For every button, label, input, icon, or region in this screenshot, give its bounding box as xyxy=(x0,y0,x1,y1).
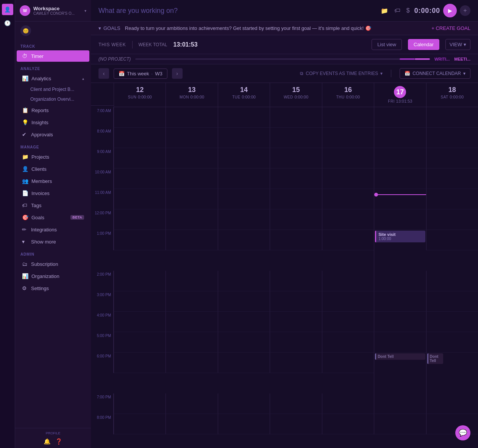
dollar-icon[interactable]: $ xyxy=(405,6,411,16)
list-view-button[interactable]: List view xyxy=(372,39,402,50)
cell-fri-12pm[interactable] xyxy=(374,209,426,230)
sidebar-icon-profile[interactable]: 👤 xyxy=(2,4,13,15)
cell-mon-3pm[interactable] xyxy=(166,291,217,312)
bell-icon[interactable]: 🔔 xyxy=(44,438,51,445)
cell-thu-9am[interactable] xyxy=(322,148,374,169)
cell-sun-8pm[interactable] xyxy=(114,414,166,434)
cell-sun-7pm[interactable] xyxy=(114,393,166,414)
cell-mon-8am[interactable] xyxy=(166,128,217,148)
cell-fri-5pm[interactable] xyxy=(374,332,426,353)
cell-fri-8am[interactable] xyxy=(374,128,426,148)
cell-thu-8am[interactable] xyxy=(322,128,374,148)
cell-thu-1pm[interactable] xyxy=(322,230,374,250)
cell-wed-2pm[interactable] xyxy=(270,271,322,291)
goals-toggle[interactable]: ▾ GOALS xyxy=(98,25,120,31)
cell-sat-11am[interactable] xyxy=(426,189,478,209)
cell-thu-11am[interactable] xyxy=(322,189,374,209)
cell-tue-9am[interactable] xyxy=(218,148,270,169)
sidebar-item-members[interactable]: 👥 Members xyxy=(17,175,89,187)
cell-thu-7pm[interactable] xyxy=(322,393,374,414)
cell-tue-2pm[interactable] xyxy=(218,271,270,291)
cell-fri-3pm[interactable] xyxy=(374,291,426,312)
cell-fri-6pm[interactable]: Dont Tell xyxy=(374,353,426,393)
sidebar-item-invoices[interactable]: 📄 Invoices xyxy=(17,187,89,199)
cell-mon-4pm[interactable] xyxy=(166,312,217,332)
create-goal-button[interactable]: + CREATE GOAL xyxy=(431,25,470,31)
cell-sat-7am[interactable] xyxy=(426,107,478,128)
cell-fri-10am[interactable] xyxy=(374,169,426,189)
cell-sat-10am[interactable] xyxy=(426,169,478,189)
sidebar-item-goals[interactable]: 🎯 Goals BETA xyxy=(17,212,89,223)
sidebar-item-clients[interactable]: 👤 Clients xyxy=(17,163,89,175)
cell-tue-7pm[interactable] xyxy=(218,393,270,414)
cell-sat-3pm[interactable] xyxy=(426,291,478,312)
sidebar-sub-client-project[interactable]: Client and Project B... xyxy=(17,85,89,94)
cell-wed-5pm[interactable] xyxy=(270,332,322,353)
cell-tue-12pm[interactable] xyxy=(218,209,270,230)
cell-sun-3pm[interactable] xyxy=(114,291,166,312)
cell-sun-11am[interactable] xyxy=(114,189,166,209)
sidebar-item-subscription[interactable]: 🗂 Subscription xyxy=(17,258,89,270)
cell-fri-8pm[interactable] xyxy=(374,414,426,434)
dont-tell-event-1[interactable]: Dont Tell xyxy=(375,353,425,360)
sidebar-item-timer[interactable]: ⏱ Timer xyxy=(17,50,89,62)
cell-mon-7pm[interactable] xyxy=(166,393,217,414)
cell-mon-8pm[interactable] xyxy=(166,414,217,434)
cell-tue-8pm[interactable] xyxy=(218,414,270,434)
folder-icon[interactable]: 📁 xyxy=(379,6,390,16)
cell-sat-12pm[interactable] xyxy=(426,209,478,230)
cell-sun-6pm[interactable] xyxy=(114,353,166,373)
question-icon[interactable]: ❓ xyxy=(55,438,62,445)
cell-wed-7pm[interactable] xyxy=(270,393,322,414)
cell-mon-2pm[interactable] xyxy=(166,271,217,291)
cell-sat-4pm[interactable] xyxy=(426,312,478,332)
sidebar-sub-org-overview[interactable]: Organization Overvi... xyxy=(17,95,89,104)
play-button[interactable]: ▶ xyxy=(443,4,457,17)
cell-sat-1pm[interactable] xyxy=(426,230,478,250)
next-week-button[interactable]: › xyxy=(172,68,183,79)
cell-tue-6pm[interactable] xyxy=(218,353,270,373)
cell-fri-9am[interactable] xyxy=(374,148,426,169)
week-range-picker[interactable]: 📅 This week · W3 xyxy=(114,69,167,79)
cell-sun-4pm[interactable] xyxy=(114,312,166,332)
site-visit-event[interactable]: Site visit 1:00:00 xyxy=(375,231,425,242)
sidebar-item-insights[interactable]: 💡 Insights xyxy=(17,117,89,128)
sidebar-item-approvals[interactable]: ✔ Approvals xyxy=(17,129,89,140)
cell-tue-5pm[interactable] xyxy=(218,332,270,353)
cell-thu-12pm[interactable] xyxy=(322,209,374,230)
cell-sat-9am[interactable] xyxy=(426,148,478,169)
sidebar-item-projects[interactable]: 📁 Projects xyxy=(17,151,89,162)
sidebar-item-settings[interactable]: ⚙ Settings xyxy=(17,283,89,294)
sidebar-item-tags[interactable]: 🏷 Tags xyxy=(17,200,89,211)
cell-sun-10am[interactable] xyxy=(114,169,166,189)
cell-thu-5pm[interactable] xyxy=(322,332,374,353)
cell-mon-1pm[interactable] xyxy=(166,230,217,250)
profile-avatar[interactable]: 😊 xyxy=(20,25,31,36)
cell-sat-8am[interactable] xyxy=(426,128,478,148)
sidebar-item-analytics[interactable]: 📊 Analytics ▴ xyxy=(17,73,89,84)
cell-wed-11am[interactable] xyxy=(270,189,322,209)
workspace-info[interactable]: W Workspace CAWLEY CONOR'S O... xyxy=(20,5,75,16)
workspace-dropdown-icon[interactable]: ▾ xyxy=(84,9,86,13)
cell-sun-2pm[interactable] xyxy=(114,271,166,291)
sidebar-item-show-more[interactable]: ▾ Show more xyxy=(17,236,89,247)
cell-tue-3pm[interactable] xyxy=(218,291,270,312)
cell-wed-9am[interactable] xyxy=(270,148,322,169)
cell-sun-12pm[interactable] xyxy=(114,209,166,230)
cell-wed-10am[interactable] xyxy=(270,169,322,189)
cell-fri-1pm[interactable]: Site visit 1:00:00 xyxy=(374,230,426,271)
cell-sat-6pm[interactable]: Dont Tell xyxy=(426,353,478,393)
prev-week-button[interactable]: ‹ xyxy=(98,68,109,79)
cell-mon-7am[interactable] xyxy=(166,107,217,128)
cell-fri-7am[interactable] xyxy=(374,107,426,128)
cell-wed-8am[interactable] xyxy=(270,128,322,148)
cell-mon-10am[interactable] xyxy=(166,169,217,189)
cell-mon-12pm[interactable] xyxy=(166,209,217,230)
tag-icon[interactable]: 🏷 xyxy=(393,6,402,16)
cell-thu-7am[interactable] xyxy=(322,107,374,128)
add-button[interactable]: + xyxy=(460,5,470,16)
view-dropdown[interactable]: VIEW ▾ xyxy=(445,39,470,50)
cell-mon-6pm[interactable] xyxy=(166,353,217,373)
cell-thu-3pm[interactable] xyxy=(322,291,374,312)
cell-sat-7pm[interactable] xyxy=(426,393,478,414)
